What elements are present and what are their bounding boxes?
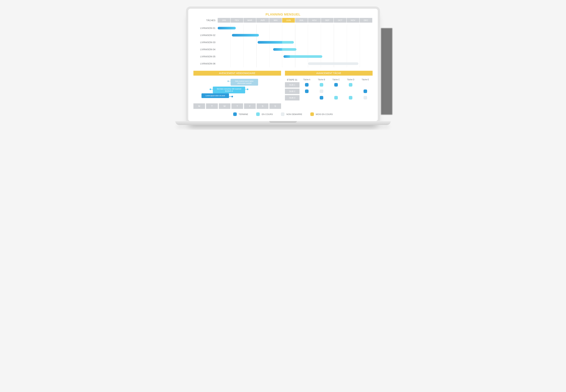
day-cell[interactable]: S [269, 103, 281, 109]
task-progress-header: ETAPE 01Tâche ATâche BTâche CTâche DTâch… [285, 78, 372, 82]
month-cell[interactable]: MAR [244, 18, 256, 23]
weekly-connector [229, 97, 232, 97]
month-cell[interactable]: AVR [256, 18, 269, 23]
gantt-bar[interactable] [258, 41, 294, 44]
bar-track [218, 62, 372, 65]
month-cell[interactable]: MAI [269, 18, 282, 23]
lower-panels: AVENCEMENT HEBDOMADAIRE Quis nostrud exe… [194, 71, 372, 109]
legend-label: TERMINE [239, 113, 248, 115]
legend-label: NON DEMARRE [286, 113, 302, 115]
month-cell[interactable]: NOV [347, 18, 360, 23]
month-cell[interactable]: JAN [218, 18, 231, 23]
laptop-base [175, 121, 391, 125]
month-cell[interactable]: JUIN [282, 18, 295, 23]
month-cell[interactable]: SEP [321, 18, 334, 23]
day-cell[interactable]: T [231, 103, 243, 109]
day-cell[interactable]: F [244, 103, 256, 109]
tp-cell[interactable] [314, 88, 328, 94]
status-square [349, 96, 352, 99]
tp-row: SUB 3 [285, 95, 372, 101]
weekly-connector [229, 81, 231, 81]
gantt-bar[interactable] [273, 48, 297, 51]
legend-swatch [256, 112, 260, 116]
status-square [334, 83, 338, 86]
tp-column-header: Tâche E [358, 78, 372, 82]
tp-cell[interactable] [343, 90, 358, 92]
bar-track [218, 55, 372, 58]
tp-cell[interactable] [343, 82, 358, 87]
weekly-bubble-2: Sed diam nonummy nibh euismod tincidunt … [213, 86, 245, 93]
legend: TERMINEEN COURSNON DEMARREMOIS EN COURS [194, 112, 372, 116]
tp-cell[interactable] [314, 95, 328, 100]
task-label: LIVRAISON 04 [194, 48, 218, 51]
day-cell[interactable]: W [219, 103, 230, 109]
tp-cell[interactable] [358, 88, 372, 94]
day-cell[interactable]: S [257, 103, 268, 109]
laptop-frame: PLANNING MENSUEL TÂCHES JANFEVMARAVRMAIJ… [186, 6, 380, 123]
status-square [320, 96, 323, 99]
tp-cell[interactable] [343, 95, 358, 100]
month-cell[interactable]: DEC [360, 18, 372, 23]
gantt-bar[interactable] [308, 62, 358, 65]
tp-row: SUB 2 [285, 88, 372, 95]
weekly-title: AVENCEMENT HEBDOMADAIRE [194, 71, 281, 76]
screen: PLANNING MENSUEL TÂCHES JANFEVMARAVRMAIJ… [188, 9, 378, 121]
task-progress-rows: SUB 1SUB 2SUB 3 [285, 82, 372, 101]
status-square [334, 96, 338, 99]
gantt-bar[interactable] [232, 34, 259, 37]
tp-cell[interactable] [358, 95, 372, 100]
tp-cell[interactable] [299, 97, 314, 99]
status-square [305, 83, 309, 86]
weekly-bubble-3: Lorem ipsum dolor sit amet [202, 93, 229, 98]
tp-cell[interactable] [299, 82, 314, 87]
tp-row: SUB 1 [285, 82, 372, 88]
stage-label: ETAPE 01 [285, 78, 299, 82]
status-square [364, 89, 367, 93]
status-square [349, 83, 352, 86]
bar-track [218, 41, 372, 44]
tp-cell[interactable] [329, 95, 343, 100]
month-cell[interactable]: JUIL [295, 18, 308, 23]
legend-label: MOIS EN COURS [316, 113, 333, 115]
gantt-row: LIVRAISON 04 [194, 46, 372, 53]
status-square [320, 83, 323, 86]
tp-cell[interactable] [299, 88, 314, 94]
weekly-connector [245, 89, 247, 89]
month-cell[interactable]: FEV [231, 18, 244, 23]
task-label: LIVRAISON 02 [194, 34, 218, 37]
tp-column-header: Tâche D [343, 78, 358, 82]
bar-track [218, 48, 372, 51]
legend-swatch [233, 112, 237, 116]
tp-sub-label: SUB 1 [285, 82, 299, 87]
gantt-row: LIVRAISON 02 [194, 32, 372, 39]
gantt-row: LIVRAISON 06 [194, 60, 372, 67]
month-cell[interactable]: AOU [308, 18, 321, 23]
tp-cell[interactable] [358, 84, 372, 86]
task-label: LIVRAISON 06 [194, 62, 218, 65]
gantt-bar[interactable] [218, 27, 236, 29]
tp-cell[interactable] [329, 82, 343, 87]
weekly-bubble-1: Quis nostrud exerci tation ullamcorper s… [231, 79, 258, 86]
bar-track [218, 27, 372, 29]
day-cell[interactable]: T [206, 103, 218, 109]
month-cell[interactable]: OCT [334, 18, 347, 23]
tp-sub-label: SUB 3 [285, 95, 299, 100]
tp-cell[interactable] [314, 82, 328, 87]
weekly-body: Quis nostrud exerci tation ullamcorper s… [194, 76, 281, 103]
gantt-area: LIVRAISON 01LIVRAISON 02LIVRAISON 03LIVR… [194, 25, 372, 67]
status-square [305, 89, 309, 93]
weekly-panel: AVENCEMENT HEBDOMADAIRE Quis nostrud exe… [194, 71, 281, 109]
gantt-row: LIVRAISON 01 [194, 25, 372, 32]
legend-swatch [310, 112, 314, 116]
gantt-row: LIVRAISON 05 [194, 53, 372, 60]
gantt-bar[interactable] [283, 55, 322, 58]
day-cell[interactable]: M [194, 103, 205, 109]
tasks-header-label: TÂCHES [194, 19, 218, 22]
weekly-connector [211, 89, 213, 89]
legend-item: TERMINE [233, 112, 248, 116]
bar-track [218, 34, 372, 37]
tp-column-header: Tâche A [299, 78, 314, 82]
status-square [364, 96, 367, 99]
tp-cell[interactable] [329, 90, 343, 92]
task-progress-title: AVANCEMENT TÂCHE [285, 71, 372, 76]
